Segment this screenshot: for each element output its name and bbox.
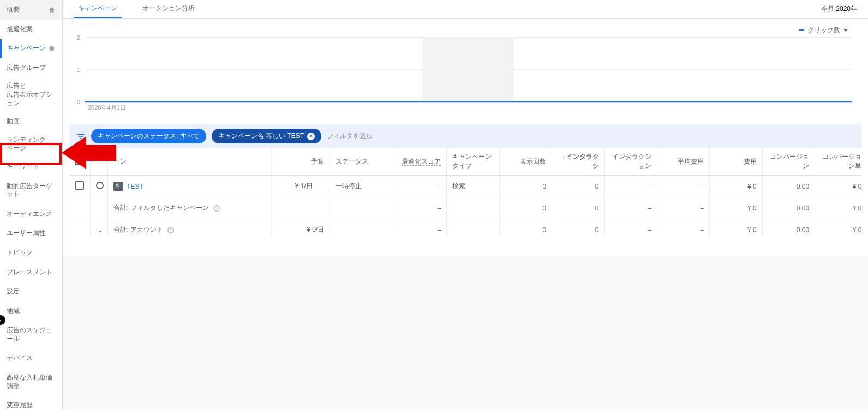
col-impressions[interactable]: 表示回数 xyxy=(499,148,552,176)
metric-selector[interactable]: クリック数 xyxy=(795,23,852,38)
cell-opt: – xyxy=(394,219,446,235)
close-icon[interactable]: ✕ xyxy=(307,133,315,140)
cell-conv: 0.00 xyxy=(762,219,815,235)
tabs-row: キャンペーンオークション分析 今月 2020年 xyxy=(63,0,868,19)
sidebar-item-18[interactable]: 変更履歴 xyxy=(0,396,62,409)
col-avg-cost[interactable]: 平均費用 xyxy=(657,148,709,176)
sidebar-item-label: ユーザー属性 xyxy=(7,229,46,238)
sidebar-item-label: キャンペーン xyxy=(7,44,46,53)
sidebar-item-11[interactable]: トピック xyxy=(0,243,62,263)
filter-chip-status[interactable]: キャンペーンのステータス: すべて xyxy=(91,129,206,143)
sidebar-item-label: 概要 xyxy=(7,5,20,14)
sidebar-item-label: 動的広告ターゲット xyxy=(7,182,56,199)
svg-text:?: ? xyxy=(215,206,218,210)
search-icon: 🔍 xyxy=(113,182,123,191)
col-optimization-score[interactable]: 最適化スコア xyxy=(394,148,446,176)
row-checkbox[interactable] xyxy=(75,181,84,190)
cell-status: 一時停止 xyxy=(330,176,394,197)
table-header-row: ーン 予算 ステータス 最適化スコア キャンペーン タイプ 表示回数 ↓インタラ… xyxy=(69,148,861,176)
col-interactions[interactable]: ↓インタラクシ xyxy=(552,148,604,176)
cell-avg-cost: – xyxy=(657,176,709,197)
sidebar-item-label: ランディング ページ xyxy=(7,136,46,153)
sidebar-item-15[interactable]: 広告のスケジュール xyxy=(0,321,62,348)
campaign-link[interactable]: TEST xyxy=(127,182,143,190)
tab-0[interactable]: キャンペーン xyxy=(74,0,122,18)
total-label: 合計: アカウント ? xyxy=(108,219,272,235)
empty-area xyxy=(63,257,868,409)
table-total-row: 合計: フィルタしたキャンペーン ?–00––¥ 00.00¥ 00.00 xyxy=(69,197,861,219)
sidebar-item-4[interactable]: 広告と 広告表示オプション xyxy=(0,77,62,112)
cell-type: 検索 xyxy=(447,176,499,197)
cell-impr: 0 xyxy=(499,176,552,197)
select-all-checkbox[interactable] xyxy=(75,157,84,165)
sort-down-icon: ↓ xyxy=(562,154,565,160)
y-axis-tick: 1 xyxy=(77,67,85,73)
sidebar-item-3[interactable]: 広告グループ xyxy=(0,58,62,78)
col-conversions[interactable]: コンバージョン xyxy=(762,148,815,176)
sidebar-item-6[interactable]: ランディング ページ xyxy=(0,131,62,157)
sidebar-item-10[interactable]: ユーザー属性 xyxy=(0,224,62,243)
chevron-down-icon xyxy=(843,29,848,32)
filter-chip-name[interactable]: キャンペーン名 等しい TEST ✕ xyxy=(212,129,321,143)
cell-conv-cost: ¥ 0 xyxy=(815,176,861,197)
sidebar-item-label: 広告のスケジュール xyxy=(7,326,56,343)
col-budget[interactable]: 予算 xyxy=(272,148,330,176)
sidebar-item-2[interactable]: キャンペーン xyxy=(0,39,62,58)
campaigns-table: ーン 予算 ステータス 最適化スコア キャンペーン タイプ 表示回数 ↓インタラ… xyxy=(69,148,861,234)
sidebar-item-label: キーワード xyxy=(7,163,39,171)
chevron-down-icon[interactable]: ⌄ xyxy=(96,226,105,234)
col-conversion-cost[interactable]: コンバージョン単 xyxy=(815,148,861,176)
table-row: 🔍TEST¥ 1/日 一時停止–検索00––¥ 00.00¥ 00.00 xyxy=(69,176,861,197)
sidebar-item-16[interactable]: デバイス xyxy=(0,348,62,368)
help-icon: ? xyxy=(213,204,220,212)
cell-cost: ¥ 0 xyxy=(710,176,762,197)
sidebar-item-label: プレースメント xyxy=(7,268,52,277)
help-icon: ? xyxy=(167,226,175,234)
col-interaction-rate[interactable]: インタラクション xyxy=(604,148,657,176)
col-cost[interactable]: 費用 xyxy=(710,148,762,176)
cell-inter-rate: – xyxy=(604,219,657,235)
col-status[interactable]: ステータス xyxy=(330,148,394,176)
chart-hover-region xyxy=(422,38,514,103)
sidebar: 概要最適化案キャンペーン広告グループ広告と 広告表示オプション動画ランディング … xyxy=(0,0,63,409)
cell-impr: 0 xyxy=(499,197,552,219)
date-range-picker[interactable]: 今月 2020年 xyxy=(821,4,857,14)
cell-cost: ¥ 0 xyxy=(710,197,762,219)
svg-text:?: ? xyxy=(170,228,172,232)
x-axis-start-label: 2020年4月1日 xyxy=(88,104,126,112)
sidebar-item-label: デバイス xyxy=(7,354,33,363)
cell-budget: ¥ 0/日 xyxy=(272,219,330,235)
y-axis-tick: 2 xyxy=(77,34,85,41)
sidebar-item-0[interactable]: 概要 xyxy=(0,0,62,20)
chart: 0 1 2 2020年4月1日 xyxy=(85,38,852,114)
status-icon[interactable] xyxy=(96,182,104,189)
sidebar-item-14[interactable]: 地域 xyxy=(0,302,62,321)
sidebar-item-5[interactable]: 動画 xyxy=(0,112,62,131)
cell-budget xyxy=(272,197,330,219)
chart-series-line xyxy=(85,101,852,102)
cell-inter: 0 xyxy=(552,197,604,219)
tab-1[interactable]: オークション分析 xyxy=(138,0,199,18)
col-campaign-type[interactable]: キャンペーン タイプ xyxy=(447,148,499,176)
sidebar-item-9[interactable]: オーディエンス xyxy=(0,204,62,224)
cell-budget[interactable]: ¥ 1/日 xyxy=(272,176,330,197)
cell-conv: 0.00 xyxy=(762,197,815,219)
y-axis-tick: 0 xyxy=(77,99,85,105)
sidebar-item-8[interactable]: 動的広告ターゲット xyxy=(0,177,62,204)
col-campaign[interactable]: ーン xyxy=(108,148,272,176)
sidebar-item-1[interactable]: 最適化案 xyxy=(0,20,62,39)
budget-edit-icon xyxy=(316,183,324,190)
sidebar-item-13[interactable]: 設定 xyxy=(0,282,62,302)
add-filter-input[interactable]: フィルタを追加 xyxy=(327,131,373,141)
sidebar-item-7[interactable]: キーワード xyxy=(0,157,62,177)
sidebar-item-17[interactable]: 高度な入札単価調整 xyxy=(0,368,62,396)
sidebar-item-12[interactable]: プレースメント xyxy=(0,263,62,282)
sidebar-item-label: トピック xyxy=(7,249,33,257)
sidebar-item-label: 広告と 広告表示オプション xyxy=(7,82,56,107)
chart-plot: 0 1 2 2020年4月1日 xyxy=(85,38,852,103)
sidebar-item-label: 最適化案 xyxy=(7,25,33,34)
cell-conv-cost: ¥ 0 xyxy=(815,197,861,219)
cell-impr: 0 xyxy=(499,219,552,235)
filter-bar: キャンペーンのステータス: すべて キャンペーン名 等しい TEST ✕ フィル… xyxy=(69,124,861,148)
sidebar-item-label: 地域 xyxy=(7,307,20,316)
